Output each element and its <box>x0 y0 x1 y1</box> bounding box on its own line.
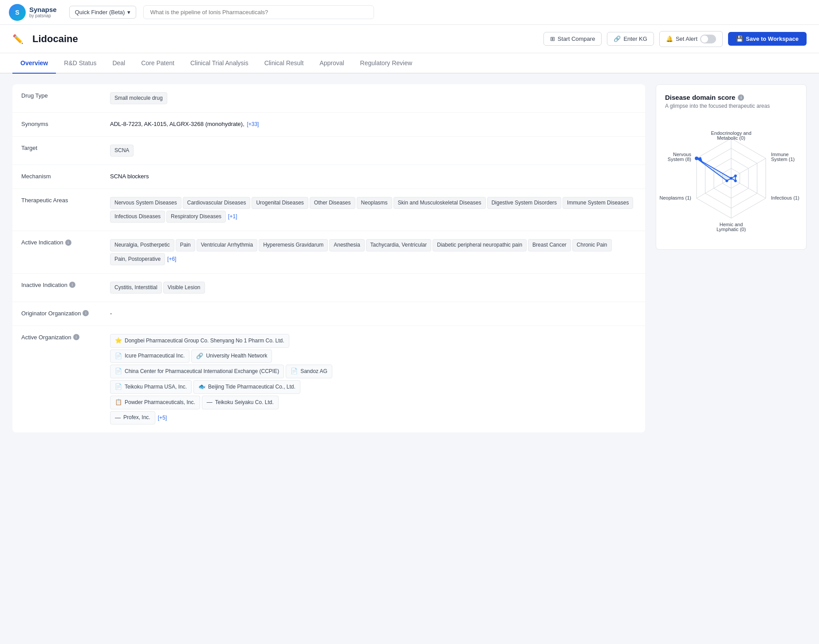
tab-clinical-result[interactable]: Clinical Result <box>256 53 312 74</box>
active-org-row: Active Organization i ⭐Dongbei Pharmaceu… <box>12 326 645 433</box>
svg-text:System (1): System (1) <box>771 157 795 162</box>
active-indication-tag[interactable]: Diabetic peripheral neuropathic pain <box>433 239 527 251</box>
org-name: University Health Network <box>206 352 267 360</box>
org-name: Beijing Tide Pharmaceutical Co., Ltd. <box>208 383 295 391</box>
compare-icon: ⊞ <box>550 35 555 42</box>
therapeutic-tag[interactable]: Immune System Diseases <box>563 197 633 209</box>
org-name: Teikoku Pharma USA, Inc. <box>125 383 187 391</box>
top-nav: S Synapse by patsnap Quick Finder (Beta)… <box>0 0 819 25</box>
therapeutic-tag[interactable]: Respiratory Diseases <box>166 211 226 223</box>
active-org-value: ⭐Dongbei Pharmaceutical Group Co. Shenya… <box>110 333 636 426</box>
tab-core-patent[interactable]: Core Patent <box>133 53 182 74</box>
active-indication-info-icon[interactable]: i <box>65 240 71 246</box>
tab-clinical-trial[interactable]: Clinical Trial Analysis <box>182 53 256 74</box>
org-item[interactable]: 📄Sandoz AG <box>286 365 332 378</box>
inactive-indication-info-icon[interactable]: i <box>69 282 75 288</box>
tab-overview[interactable]: Overview <box>12 53 56 74</box>
therapeutic-tag[interactable]: Digestive System Disorders <box>487 197 561 209</box>
svg-text:Infectious (1): Infectious (1) <box>771 195 799 200</box>
target-label: Target <box>21 144 101 151</box>
therapeutic-tag[interactable]: Urogenital Diseases <box>252 197 308 209</box>
therapeutic-tag[interactable]: Cardiovascular Diseases <box>183 197 251 209</box>
org-icon: 📄 <box>115 382 122 392</box>
save-workspace-button[interactable]: 💾 Save to Workspace <box>728 32 807 46</box>
active-indication-tag[interactable]: Pain, Postoperative <box>110 253 165 265</box>
org-icon: 📄 <box>291 367 298 376</box>
logo: S Synapse by patsnap <box>9 4 57 21</box>
svg-text:Metabolic (0): Metabolic (0) <box>717 135 745 141</box>
disease-domain-subtitle: A glimpse into the focused therapeutic a… <box>665 103 797 109</box>
active-indication-tag[interactable]: Tachycardia, Ventricular <box>366 239 431 251</box>
org-item[interactable]: 📋Powder Pharmaceuticals, Inc. <box>110 396 200 409</box>
drug-type-tag[interactable]: Small molecule drug <box>110 92 167 104</box>
therapeutic-more-link[interactable]: [+1] <box>228 213 237 220</box>
org-name: China Center for Pharmaceutical Internat… <box>125 367 279 376</box>
org-icon: 📄 <box>115 352 122 361</box>
logo-icon: S <box>9 4 26 21</box>
drug-type-value: Small molecule drug <box>110 91 636 105</box>
active-org-more-link[interactable]: [+5] <box>158 415 167 421</box>
inactive-indication-tag[interactable]: Cystitis, Interstitial <box>110 282 162 294</box>
active-indication-tag[interactable]: Anesthesia <box>329 239 364 251</box>
active-indication-tag[interactable]: Ventricular Arrhythmia <box>197 239 257 251</box>
org-name: Sandoz AG <box>300 367 327 376</box>
kg-icon: 🔗 <box>614 35 621 42</box>
therapeutic-tag[interactable]: Neoplasms <box>357 197 392 209</box>
active-indication-value: Neuralgia, PostherpeticPainVentricular A… <box>110 238 636 266</box>
active-org-info-icon[interactable]: i <box>73 334 79 340</box>
originator-org-info-icon[interactable]: i <box>83 310 89 316</box>
mechanism-row: Mechanism SCNA blockers <box>12 165 645 189</box>
disease-domain-info-icon[interactable]: i <box>738 94 744 101</box>
active-indication-tag[interactable]: Breast Cancer <box>528 239 571 251</box>
overview-table: Drug Type Small molecule drug Synonyms A… <box>12 84 645 432</box>
org-icon: 📄 <box>115 367 122 376</box>
set-alert-button[interactable]: 🔔 Set Alert <box>659 31 723 47</box>
active-indication-tag[interactable]: Hyperemesis Gravidarum <box>259 239 328 251</box>
target-value: SCNA <box>110 144 636 157</box>
synonyms-label: Synonyms <box>21 120 101 127</box>
active-org-label: Active Organization i <box>21 333 101 341</box>
main-content: Drug Type Small molecule drug Synonyms A… <box>0 74 819 443</box>
active-indication-tag[interactable]: Pain <box>176 239 195 251</box>
org-icon: 📋 <box>115 398 122 407</box>
svg-point-15 <box>725 180 728 182</box>
start-compare-button[interactable]: ⊞ Start Compare <box>543 32 602 46</box>
org-item[interactable]: —Profex, Inc. <box>110 411 155 425</box>
org-item[interactable]: 🔗University Health Network <box>191 349 272 363</box>
active-indication-more-link[interactable]: [+6] <box>167 256 176 262</box>
synonyms-more-link[interactable]: [+33] <box>247 121 259 127</box>
org-item[interactable]: 📄Teikoku Pharma USA, Inc. <box>110 380 192 394</box>
disease-domain-card: Disease domain score i A glimpse into th… <box>656 84 807 250</box>
radar-svg: Endocrinology and Metabolic (0) Immune S… <box>669 121 793 236</box>
originator-org-value: - <box>110 309 636 318</box>
alert-toggle[interactable] <box>700 35 716 43</box>
therapeutic-tag[interactable]: Skin and Musculoskeletal Diseases <box>394 197 486 209</box>
quick-finder-button[interactable]: Quick Finder (Beta) ▾ <box>69 6 137 19</box>
therapeutic-tag[interactable]: Nervous System Diseases <box>110 197 181 209</box>
org-item[interactable]: 📄Icure Pharmaceutical Inc. <box>110 349 189 363</box>
alert-icon: 🔔 <box>666 35 673 42</box>
svg-point-14 <box>730 177 732 180</box>
org-item[interactable]: 📄China Center for Pharmaceutical Interna… <box>110 365 284 378</box>
mechanism-label: Mechanism <box>21 172 101 180</box>
org-item[interactable]: ⭐Dongbei Pharmaceutical Group Co. Shenya… <box>110 334 289 348</box>
tab-approval[interactable]: Approval <box>311 53 352 74</box>
tab-deal[interactable]: Deal <box>104 53 133 74</box>
search-input[interactable] <box>143 5 374 19</box>
tab-rd-status[interactable]: R&D Status <box>56 53 104 74</box>
therapeutic-tag[interactable]: Infectious Diseases <box>110 211 165 223</box>
active-indication-tag[interactable]: Neuralgia, Postherpetic <box>110 239 174 251</box>
enter-kg-button[interactable]: 🔗 Enter KG <box>607 32 654 46</box>
inactive-indication-tag[interactable]: Visible Lesion <box>163 282 205 294</box>
org-item[interactable]: —Teikoku Seiyaku Co. Ltd. <box>202 396 279 409</box>
svg-text:System (8): System (8) <box>668 157 691 162</box>
target-tag[interactable]: SCNA <box>110 145 134 157</box>
synonyms-value: ADL-8-7223, AK-1015, ALGRX-3268 (monohyd… <box>110 120 636 129</box>
org-item[interactable]: 🐟Beijing Tide Pharmaceutical Co., Ltd. <box>193 380 300 394</box>
save-icon: 💾 <box>736 35 743 42</box>
therapeutic-areas-row: Therapeutic Areas Nervous System Disease… <box>12 189 645 231</box>
active-indication-tag[interactable]: Chronic Pain <box>572 239 612 251</box>
app-name: Synapse <box>29 6 57 14</box>
therapeutic-tag[interactable]: Other Diseases <box>310 197 355 209</box>
tab-regulatory-review[interactable]: Regulatory Review <box>352 53 421 74</box>
